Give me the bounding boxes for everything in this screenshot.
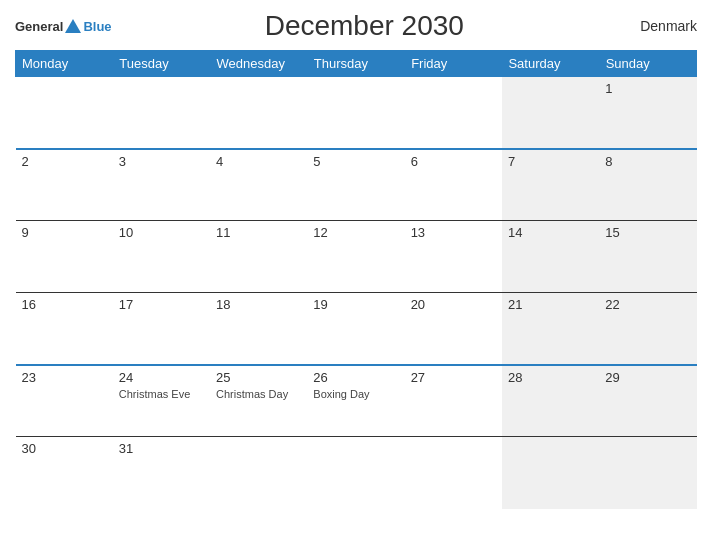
cell-date-number: 31 [119, 441, 204, 456]
calendar-cell: 7 [502, 149, 599, 221]
calendar-cell [405, 437, 502, 509]
calendar-cell [405, 77, 502, 149]
calendar-cell [307, 77, 404, 149]
logo-blue-text: Blue [83, 19, 111, 34]
calendar-cell: 6 [405, 149, 502, 221]
calendar-cell: 10 [113, 221, 210, 293]
calendar-cell: 21 [502, 293, 599, 365]
calendar-cell: 13 [405, 221, 502, 293]
calendar-cell: 8 [599, 149, 696, 221]
calendar-week-row: 2345678 [16, 149, 697, 221]
calendar-cell: 27 [405, 365, 502, 437]
calendar-week-row: 9101112131415 [16, 221, 697, 293]
calendar-cell: 15 [599, 221, 696, 293]
calendar-cell: 16 [16, 293, 113, 365]
calendar-cell: 20 [405, 293, 502, 365]
header-friday: Friday [405, 51, 502, 77]
header-thursday: Thursday [307, 51, 404, 77]
country-label: Denmark [617, 18, 697, 34]
calendar-cell: 24Christmas Eve [113, 365, 210, 437]
cell-date-number: 11 [216, 225, 301, 240]
calendar-week-row: 3031 [16, 437, 697, 509]
calendar-cell: 1 [599, 77, 696, 149]
cell-date-number: 5 [313, 154, 398, 169]
calendar-cell [210, 437, 307, 509]
calendar-week-row: 2324Christmas Eve25Christmas Day26Boxing… [16, 365, 697, 437]
cell-date-number: 2 [22, 154, 107, 169]
cell-date-number: 7 [508, 154, 593, 169]
cell-date-number: 9 [22, 225, 107, 240]
cell-date-number: 14 [508, 225, 593, 240]
cell-event-label: Christmas Day [216, 387, 301, 401]
cell-event-label: Christmas Eve [119, 387, 204, 401]
cell-date-number: 18 [216, 297, 301, 312]
cell-date-number: 22 [605, 297, 690, 312]
cell-date-number: 26 [313, 370, 398, 385]
cell-date-number: 24 [119, 370, 204, 385]
calendar-cell: 9 [16, 221, 113, 293]
calendar-week-row: 16171819202122 [16, 293, 697, 365]
cell-date-number: 15 [605, 225, 690, 240]
calendar-cell [113, 77, 210, 149]
calendar-cell: 18 [210, 293, 307, 365]
cell-date-number: 12 [313, 225, 398, 240]
cell-date-number: 4 [216, 154, 301, 169]
weekday-header-row: Monday Tuesday Wednesday Thursday Friday… [16, 51, 697, 77]
calendar-header: General Blue December 2030 Denmark [15, 10, 697, 42]
calendar-week-row: 1 [16, 77, 697, 149]
cell-event-label: Boxing Day [313, 387, 398, 401]
calendar-cell: 23 [16, 365, 113, 437]
logo-general-text: General [15, 19, 63, 34]
cell-date-number: 3 [119, 154, 204, 169]
calendar-cell: 4 [210, 149, 307, 221]
calendar-cell: 11 [210, 221, 307, 293]
cell-date-number: 23 [22, 370, 107, 385]
calendar-table: Monday Tuesday Wednesday Thursday Friday… [15, 50, 697, 509]
cell-date-number: 17 [119, 297, 204, 312]
header-monday: Monday [16, 51, 113, 77]
cell-date-number: 30 [22, 441, 107, 456]
calendar-cell [210, 77, 307, 149]
calendar-cell [16, 77, 113, 149]
calendar-cell: 31 [113, 437, 210, 509]
cell-date-number: 28 [508, 370, 593, 385]
header-sunday: Sunday [599, 51, 696, 77]
cell-date-number: 1 [605, 81, 690, 96]
calendar-cell: 28 [502, 365, 599, 437]
calendar-container: General Blue December 2030 Denmark Monda… [0, 0, 712, 550]
calendar-cell: 26Boxing Day [307, 365, 404, 437]
calendar-title: December 2030 [112, 10, 617, 42]
calendar-cell [307, 437, 404, 509]
header-tuesday: Tuesday [113, 51, 210, 77]
cell-date-number: 13 [411, 225, 496, 240]
calendar-cell: 14 [502, 221, 599, 293]
header-saturday: Saturday [502, 51, 599, 77]
cell-date-number: 6 [411, 154, 496, 169]
calendar-cell: 25Christmas Day [210, 365, 307, 437]
calendar-cell: 2 [16, 149, 113, 221]
calendar-cell [502, 437, 599, 509]
cell-date-number: 29 [605, 370, 690, 385]
calendar-cell [599, 437, 696, 509]
calendar-cell: 19 [307, 293, 404, 365]
cell-date-number: 25 [216, 370, 301, 385]
cell-date-number: 16 [22, 297, 107, 312]
calendar-cell: 22 [599, 293, 696, 365]
calendar-cell [502, 77, 599, 149]
cell-date-number: 20 [411, 297, 496, 312]
cell-date-number: 8 [605, 154, 690, 169]
logo-triangle-icon [65, 19, 81, 33]
logo: General Blue [15, 19, 112, 34]
calendar-cell: 29 [599, 365, 696, 437]
calendar-cell: 17 [113, 293, 210, 365]
header-wednesday: Wednesday [210, 51, 307, 77]
cell-date-number: 21 [508, 297, 593, 312]
calendar-cell: 3 [113, 149, 210, 221]
cell-date-number: 10 [119, 225, 204, 240]
calendar-cell: 30 [16, 437, 113, 509]
calendar-cell: 12 [307, 221, 404, 293]
cell-date-number: 27 [411, 370, 496, 385]
cell-date-number: 19 [313, 297, 398, 312]
calendar-cell: 5 [307, 149, 404, 221]
